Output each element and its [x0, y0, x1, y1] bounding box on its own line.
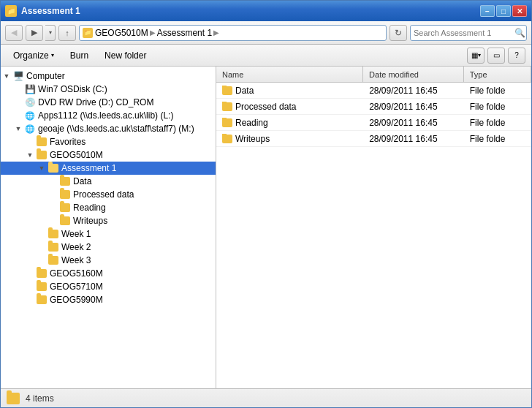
toolbar: Organize ▾ Burn New folder ▦ ▾ ▭ ?: [1, 45, 531, 67]
tree-toggle-computer[interactable]: ▼: [1, 70, 12, 82]
up-button[interactable]: ↑: [58, 25, 76, 41]
sidebar-item-week2[interactable]: Week 2: [1, 241, 216, 254]
tree-label-favorites: Favorites: [50, 137, 86, 147]
tree-icon-processeddata: [59, 189, 71, 200]
file-name-cell: Processed data: [216, 102, 363, 112]
tree-label-geoaje: geoaje (\\ds.leeds.ac.uk\staff\staff7) (…: [38, 124, 194, 134]
sidebar-item-reading[interactable]: Reading: [1, 201, 216, 214]
organize-dropdown-icon: ▾: [51, 52, 54, 58]
search-box[interactable]: 🔍: [410, 25, 527, 41]
sidebar-item-geoaje[interactable]: ▼🌐geoaje (\\ds.leeds.ac.uk\staff\staff7)…: [1, 122, 216, 135]
tree-label-geog5160m: GEOG5160M: [50, 268, 103, 279]
tree-label-geog5990m: GEOG5990M: [50, 295, 103, 305]
close-button[interactable]: ✕: [512, 5, 527, 17]
tree-toggle-assessment1[interactable]: ▼: [36, 162, 48, 174]
organize-button[interactable]: Organize ▾: [7, 48, 61, 64]
tree-toggle-geog5010m[interactable]: ▼: [24, 149, 36, 161]
file-name: Writeups: [235, 134, 270, 144]
nav-dropdown-button[interactable]: ▾: [45, 25, 56, 41]
tree-label-week3: Week 3: [61, 255, 91, 265]
file-type-cell: File folde: [464, 118, 531, 128]
tree-label-win7: Win7 OSDisk (C:): [38, 84, 107, 94]
file-name: Processed data: [235, 102, 296, 112]
search-input[interactable]: [414, 29, 514, 37]
col-header-type[interactable]: Type: [464, 67, 531, 82]
file-pane: NameDate modifiedType Data28/09/2011 16:…: [216, 67, 531, 388]
breadcrumb-part-1[interactable]: GEOG5010M: [95, 28, 148, 38]
file-folder-icon: [222, 135, 232, 143]
burn-button[interactable]: Burn: [64, 48, 95, 64]
tree-label-computer: Computer: [26, 71, 65, 81]
tree-label-week2: Week 2: [61, 242, 91, 252]
title-bar-buttons: − □ ✕: [480, 5, 527, 17]
sidebar-item-win7[interactable]: 💾Win7 OSDisk (C:): [1, 83, 216, 96]
file-date-cell: 28/09/2011 16:45: [363, 118, 464, 128]
window-icon: 📁: [5, 5, 17, 17]
tree-label-reading: Reading: [73, 203, 106, 213]
sidebar-item-apps[interactable]: 🌐Apps1112 (\\ds.leeds.ac.uk\lib) (L:): [1, 109, 216, 122]
tree-icon-week2: [48, 241, 59, 253]
tree-toggle-geoaje[interactable]: ▼: [12, 123, 24, 135]
tree-icon-favorites: [36, 136, 48, 148]
col-header-name[interactable]: Name: [216, 67, 363, 82]
breadcrumb-folder-icon: 📁: [83, 28, 93, 38]
file-type-cell: File folde: [464, 86, 531, 96]
file-date-cell: 28/09/2011 16:45: [363, 134, 464, 144]
tree-icon-assessment1: [48, 162, 59, 174]
tree-label-writeups: Writeups: [73, 216, 107, 226]
refresh-button[interactable]: ↻: [390, 25, 407, 41]
sidebar: ▼🖥️Computer💾Win7 OSDisk (C:)💿DVD RW Driv…: [1, 67, 216, 388]
sidebar-item-geog5710m[interactable]: GEOG5710M: [1, 280, 216, 293]
view-dropdown-icon: ▾: [478, 52, 481, 58]
maximize-button[interactable]: □: [496, 5, 511, 17]
sidebar-item-geog5990m[interactable]: GEOG5990M: [1, 293, 216, 306]
tree-icon-data: [59, 175, 71, 187]
tree-icon-geog5990m: [36, 294, 48, 306]
sidebar-item-favorites[interactable]: Favorites: [1, 135, 216, 148]
back-button[interactable]: ◀: [5, 25, 23, 41]
forward-button[interactable]: ▶: [26, 25, 43, 41]
preview-pane-button[interactable]: ▭: [487, 48, 505, 64]
tree-label-processeddata: Processed data: [73, 189, 134, 200]
status-item-count: 4 items: [26, 393, 54, 404]
status-folder-icon: [7, 393, 20, 404]
table-row[interactable]: Writeups28/09/2011 16:45File folde: [216, 131, 531, 147]
table-row[interactable]: Data28/09/2011 16:45File folde: [216, 83, 531, 99]
tree-label-geog5710m: GEOG5710M: [50, 282, 103, 292]
status-bar: 4 items: [1, 388, 531, 407]
explorer-window: 📁 Assessment 1 − □ ✕ ◀ ▶ ▾ ↑ 📁 GEOG5010M…: [0, 0, 532, 408]
file-type-cell: File folde: [464, 134, 531, 144]
sidebar-item-processeddata[interactable]: Processed data: [1, 188, 216, 201]
table-row[interactable]: Processed data28/09/2011 16:45File folde: [216, 99, 531, 115]
sidebar-item-geog5010m[interactable]: ▼GEOG5010M: [1, 148, 216, 162]
file-name-cell: Reading: [216, 118, 363, 128]
file-rows: Data28/09/2011 16:45File foldeProcessed …: [216, 83, 531, 147]
sidebar-item-geog5160m[interactable]: GEOG5160M: [1, 267, 216, 280]
file-date-cell: 28/09/2011 16:45: [363, 86, 464, 96]
sidebar-item-week1[interactable]: Week 1: [1, 227, 216, 241]
sidebar-item-writeups[interactable]: Writeups: [1, 214, 216, 227]
help-button[interactable]: ?: [508, 48, 525, 64]
tree-icon-writeups: [59, 215, 71, 227]
sidebar-item-data[interactable]: Data: [1, 175, 216, 188]
file-list: NameDate modifiedType Data28/09/2011 16:…: [216, 67, 531, 388]
tree-label-week1: Week 1: [61, 229, 91, 239]
breadcrumb-part-2[interactable]: Assessment 1: [157, 28, 212, 38]
minimize-button[interactable]: −: [480, 5, 495, 17]
search-icon[interactable]: 🔍: [514, 28, 525, 38]
sidebar-item-dvd[interactable]: 💿DVD RW Drive (D:) CD_ROM: [1, 96, 216, 109]
tree-label-apps: Apps1112 (\\ds.leeds.ac.uk\lib) (L:): [38, 110, 173, 121]
table-row[interactable]: Reading28/09/2011 16:45File folde: [216, 115, 531, 131]
sidebar-item-assessment1[interactable]: ▼Assessment 1: [1, 162, 216, 175]
new-folder-button[interactable]: New folder: [98, 48, 153, 64]
tree-icon-geog5710m: [36, 281, 48, 292]
address-breadcrumb[interactable]: 📁 GEOG5010M ▶ Assessment 1 ▶: [79, 25, 387, 41]
col-header-date[interactable]: Date modified: [363, 67, 464, 82]
sidebar-item-week3[interactable]: Week 3: [1, 254, 216, 267]
tree-icon-dvd: 💿: [24, 97, 36, 108]
tree-icon-computer: 🖥️: [12, 70, 24, 82]
sidebar-item-computer[interactable]: ▼🖥️Computer: [1, 69, 216, 83]
address-bar: ◀ ▶ ▾ ↑ 📁 GEOG5010M ▶ Assessment 1 ▶ ↻ 🔍: [1, 21, 531, 45]
file-header: NameDate modifiedType: [216, 67, 531, 83]
view-options-button[interactable]: ▦ ▾: [467, 48, 484, 64]
